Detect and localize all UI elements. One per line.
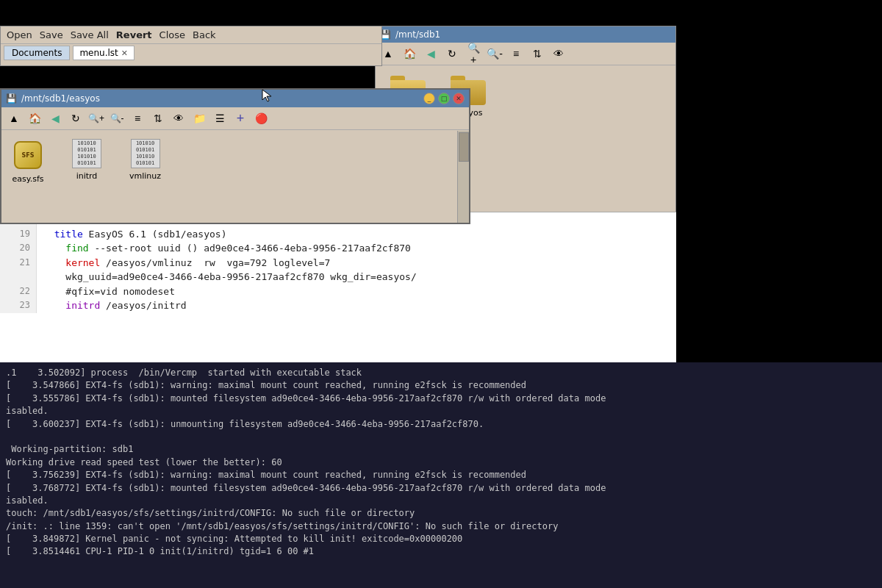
easy-sfs-label: easy.sfs [12,174,43,184]
term-line-4: isabled. [6,405,876,417]
editor-line-22: 22 #qfix=vid nomodeset [0,284,676,299]
back-btn[interactable]: ◀ [421,45,440,62]
refresh-btn[interactable]: ↻ [442,45,462,62]
drive-icon-2: 💾 [6,93,17,104]
initrd-label: initrd [76,171,98,181]
editor-line-19: 19 title EasyOS 6.1 (sdb1/easyos) [0,227,676,242]
sort-btn-2[interactable]: ⇅ [148,110,168,127]
term-line-3: [ 3.555786] EXT4-fs (sdb1): mounted file… [6,392,876,405]
line-num-22: 22 [0,284,37,299]
details-btn[interactable]: ☰ [210,110,229,127]
fm-scrollbar-thumb [459,132,469,162]
fm-scrollbar[interactable] [457,131,469,218]
fm-sdb1-toolbar: ▲ 🏠 ◀ ↻ 🔍+ 🔍- ≡ ⇅ 👁 [376,43,675,65]
zoom-out-btn[interactable]: 🔍- [485,45,504,62]
fm-easyos-content: SFS easy.sfs 101010010101101010010101 in… [1,130,469,218]
tab-close-icon[interactable]: ✕ [121,49,128,58]
editor-line-23: 23 initrd /easyos/initrd [0,298,676,313]
documents-tab[interactable]: Documents [4,46,70,60]
line-num-21: 21 [0,256,37,270]
zoom-in-btn-2[interactable]: 🔍+ [87,110,106,127]
line-content-20: find --set-root uuid () ad9e0ce4-3466-4e… [37,241,411,256]
fm-easyos-toolbar: ▲ 🏠 ◀ ↻ 🔍+ 🔍- ≡ ⇅ 👁 📁 ☰ + 🔴 [1,107,469,130]
editor-window: Open Save Save All Revert Close Back Doc… [0,26,382,66]
line-content-21: kernel /easyos/vmlinuz rw vga=792 loglev… [37,256,330,270]
home-btn[interactable]: 🏠 [400,45,419,62]
titlebar-controls: _ □ ✕ [423,93,465,104]
menu-close[interactable]: Close [159,29,185,40]
sfs-icon: SFS [12,139,44,171]
vmlinuz-label: vmlinuz [129,171,161,181]
term-line-12: touch: /mnt/sdb1/easyos/sfs/settings/ini… [6,507,876,520]
terminal: .1 3.502092] process /bin/Vercmp started… [0,362,882,588]
fm-sdb1-titlebar: 💾 /mnt/sdb1 [376,26,675,43]
term-line-8: Working drive read speed test (lower the… [6,456,876,469]
term-line-1: .1 3.502092] process /bin/Vercmp started… [6,367,876,379]
initrd-icon: 101010010101101010010101 [72,139,101,168]
close-button[interactable]: ✕ [453,93,465,104]
eye-btn-2[interactable]: 👁 [169,110,188,127]
list-view-btn-2[interactable]: ≡ [128,110,147,127]
editor-line-21: 21 kernel /easyos/vmlinuz rw vga=792 log… [0,256,676,270]
sfs-bag: SFS [14,141,42,169]
menu-open[interactable]: Open [7,29,32,40]
term-line-11: isabled. [6,495,876,507]
back-btn-2[interactable]: ◀ [46,110,65,127]
menu-lst-label: menu.lst [79,48,118,58]
line-content-19: title EasyOS 6.1 (sdb1/easyos) [37,227,226,242]
line-num-19: 19 [0,227,37,242]
vmlinuz-icon: 101010010101101010010101 [131,139,160,168]
documents-tab-label: Documents [12,48,62,58]
term-line-10: [ 3.768772] EXT4-fs (sdb1): mounted file… [6,482,876,495]
menu-lst-tab[interactable]: menu.lst ✕ [73,46,135,60]
term-line-5: [ 3.600237] EXT4-fs (sdb1): unmounting f… [6,418,876,431]
editor-line-21b: wkg_uuid=ad9e0ce4-3466-4eba-9956-217aaf2… [0,270,676,284]
term-line-2: [ 3.547866] EXT4-fs (sdb1): warning: max… [6,379,876,392]
term-line-13: /init: .: line 1359: can't open '/mnt/sd… [6,520,876,533]
initrd-file[interactable]: 101010010101101010010101 initrd [69,136,104,212]
editor-tabs: Documents menu.lst ✕ [1,44,381,62]
fm-sdb1-title: /mnt/sdb1 [395,29,440,40]
term-line-15: [ 3.8514461 CPU-1 PID-1 0 init(1/initrd)… [6,545,876,558]
help-btn[interactable]: 🔴 [251,110,270,127]
line-num-23: 23 [0,298,37,313]
menu-revert[interactable]: Revert [116,29,152,40]
menu-back[interactable]: Back [193,29,216,40]
line-num-21b [0,270,37,284]
maximize-button[interactable]: □ [438,93,450,104]
sort-btn[interactable]: ⇅ [528,45,547,62]
fm-easyos-title: /mnt/sdb1/easyos [21,93,100,104]
term-line-6 [6,431,876,443]
refresh-btn-2[interactable]: ↻ [66,110,85,127]
line-content-22: #qfix=vid nomodeset [37,284,175,299]
easy-sfs-file[interactable]: SFS easy.sfs [9,136,47,212]
menu-save-all[interactable]: Save All [71,29,109,40]
list-view-btn[interactable]: ≡ [506,45,526,62]
zoom-out-btn-2[interactable]: 🔍- [107,110,126,127]
editor-content: 18 19 title EasyOS 6.1 (sdb1/easyos) 20 … [0,212,676,362]
vmlinuz-file[interactable]: 101010010101101010010101 vmlinuz [126,136,164,212]
home-btn-2[interactable]: 🏠 [25,110,44,127]
zoom-in-btn[interactable]: 🔍+ [464,45,483,62]
editor-line-20: 20 find --set-root uuid () ad9e0ce4-3466… [0,241,676,256]
line-content-21b: wkg_uuid=ad9e0ce4-3466-4eba-9956-217aaf2… [37,270,417,284]
menu-save[interactable]: Save [40,29,63,40]
folder-btn[interactable]: 📁 [190,110,209,127]
line-num-20: 20 [0,241,37,256]
fm-easyos-title-left: 💾 /mnt/sdb1/easyos [6,93,100,104]
fm-easyos-window: 💾 /mnt/sdb1/easyos _ □ ✕ ▲ 🏠 ◀ ↻ 🔍+ 🔍- ≡… [0,88,470,224]
fm-easyos-titlebar: 💾 /mnt/sdb1/easyos _ □ ✕ [1,90,469,107]
eye-btn[interactable]: 👁 [549,45,568,62]
editor-menubar: Open Save Save All Revert Close Back [1,26,381,44]
line-content-23: initrd /easyos/initrd [37,298,187,313]
term-line-7: Working-partition: sdb1 [6,443,876,456]
up-btn-2[interactable]: ▲ [4,110,24,127]
add-btn[interactable]: + [231,110,250,127]
term-line-14: [ 3.849872] Kernel panic - not syncing: … [6,533,876,545]
term-line-9: [ 3.756239] EXT4-fs (sdb1): warning: max… [6,469,876,481]
minimize-button[interactable]: _ [423,93,435,104]
